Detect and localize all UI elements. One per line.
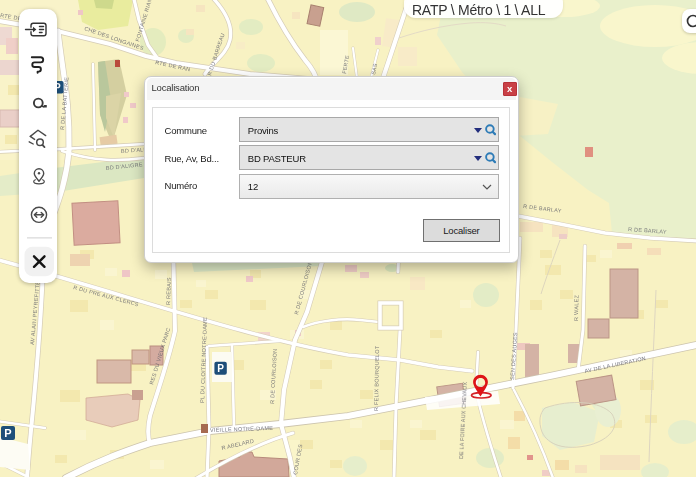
svg-text:R REBAIS: R REBAIS <box>165 277 172 305</box>
svg-text:P: P <box>4 427 11 439</box>
svg-text:R FELIX BOURQUELOT: R FELIX BOURQUELOT <box>373 345 380 411</box>
svg-text:R WALEZ: R WALEZ <box>573 295 579 321</box>
svg-text:P: P <box>217 363 224 374</box>
